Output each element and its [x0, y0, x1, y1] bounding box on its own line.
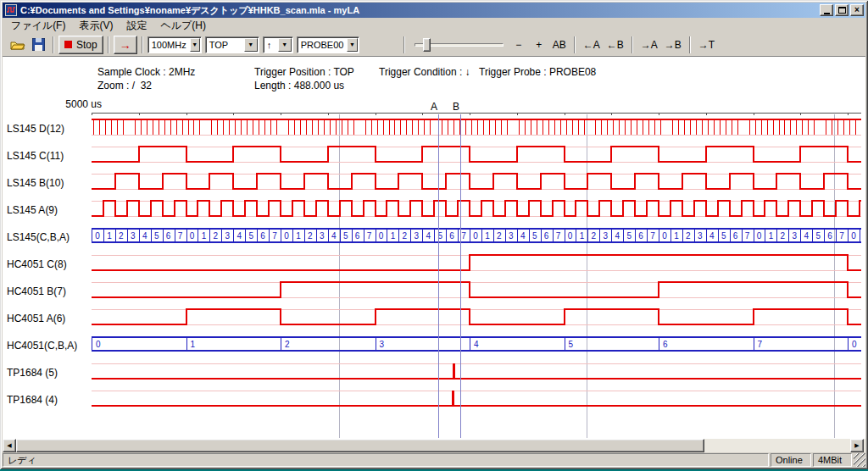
resize-grip[interactable]: [854, 453, 865, 467]
scroll-left-icon: ◀: [7, 442, 11, 449]
trigger-edge-select[interactable]: ↑ ▼: [263, 36, 293, 53]
stop-button[interactable]: Stop: [58, 36, 103, 54]
app-window: C:¥Documents and Settings¥noname¥デスクトップ¥…: [0, 0, 868, 469]
zoom-in-button[interactable]: +: [530, 36, 548, 54]
toolbar-separator: [403, 36, 405, 53]
scroll-right-icon: ▶: [854, 442, 859, 449]
sample-clock-label: Sample Clock : 2MHz: [97, 66, 195, 78]
toolbar-separator: [574, 36, 576, 53]
open-folder-icon: [10, 39, 25, 51]
app-icon: [5, 4, 17, 16]
menu-settings[interactable]: 設定: [120, 18, 153, 34]
save-floppy-icon: [32, 38, 45, 51]
menu-help[interactable]: ヘルプ(H): [153, 18, 213, 34]
toolbar-separator: [689, 36, 691, 53]
toolbar-separator: [632, 36, 633, 53]
open-file-button[interactable]: [8, 36, 28, 54]
trigger-position-value: TOP: [206, 40, 231, 50]
statusbar: レディ Online 4MBit: [3, 453, 865, 467]
goto-marker-b-button[interactable]: ←B: [604, 36, 626, 54]
trigger-probe-label: Trigger Probe : PROBE08: [479, 66, 596, 78]
titlebar[interactable]: C:¥Documents and Settings¥noname¥デスクトップ¥…: [3, 3, 865, 18]
close-button[interactable]: ×: [850, 4, 864, 16]
window-title: C:¥Documents and Settings¥noname¥デスクトップ¥…: [20, 4, 818, 17]
toolbar-separator: [53, 36, 54, 53]
probe-select[interactable]: PROBE00 ▼: [297, 36, 359, 53]
clock-combo-arrow-icon[interactable]: ▼: [190, 38, 200, 52]
zoom-out-button[interactable]: −: [509, 36, 528, 54]
next-marker-b-button[interactable]: →B: [662, 36, 684, 54]
status-memory: 4MBit: [813, 453, 852, 467]
close-icon: ×: [854, 6, 860, 14]
run-button[interactable]: →: [114, 36, 137, 54]
menu-file[interactable]: ファイル(F): [4, 18, 72, 34]
minimize-icon: [824, 13, 830, 14]
clock-select[interactable]: 100MHz ▼: [147, 36, 202, 53]
status-ready: レディ: [3, 453, 769, 467]
run-arrow-icon: →: [120, 38, 131, 52]
goto-marker-a-button[interactable]: ←A: [581, 36, 603, 54]
length-label: Length : 488.000 us: [254, 80, 344, 91]
next-marker-a-button[interactable]: →A: [638, 36, 660, 54]
trigger-combo-arrow-icon[interactable]: ▼: [244, 38, 258, 52]
scroll-left-button[interactable]: ◀: [3, 439, 16, 452]
minimize-button[interactable]: [820, 4, 833, 16]
trigger-position-label: Trigger Position : TOP: [254, 66, 354, 78]
ab-button[interactable]: AB: [550, 36, 569, 54]
status-online: Online: [771, 453, 811, 467]
trigger-edge-value: ↑: [264, 40, 275, 50]
goto-trigger-button[interactable]: →T: [696, 36, 717, 54]
probe-select-value: PROBE00: [298, 40, 348, 50]
scrollbar-thumb[interactable]: [16, 439, 704, 452]
maximize-icon: [838, 7, 846, 14]
zoom-slider-thumb[interactable]: [423, 38, 431, 52]
trigger-position-select[interactable]: TOP ▼: [205, 36, 259, 53]
stop-icon: [64, 41, 72, 48]
clock-select-value: 100MHz: [148, 40, 190, 50]
horizontal-scrollbar[interactable]: ◀ ▶: [3, 439, 865, 452]
edge-combo-arrow-icon[interactable]: ▼: [278, 38, 292, 52]
zoom-label: Zoom : / 32: [97, 80, 152, 91]
stop-button-label: Stop: [76, 39, 97, 51]
toolbar-separator: [108, 36, 109, 53]
probe-combo-arrow-icon[interactable]: ▼: [347, 38, 357, 52]
maximize-button[interactable]: [835, 4, 849, 16]
save-file-button[interactable]: [28, 36, 48, 54]
toolbar-separator: [142, 36, 143, 53]
menu-view[interactable]: 表示(V): [72, 18, 120, 34]
menubar: ファイル(F) 表示(V) 設定 ヘルプ(H): [3, 18, 865, 33]
trigger-condition-label: Trigger Condition : ↓: [379, 66, 470, 78]
toolbar: Stop → 100MHz ▼ TOP ▼ ↑ ▼ PROBE00 ▼ − +: [3, 33, 865, 56]
scroll-right-button[interactable]: ▶: [850, 439, 864, 452]
zoom-slider[interactable]: [415, 36, 504, 53]
waveform-client-area[interactable]: [3, 56, 865, 439]
